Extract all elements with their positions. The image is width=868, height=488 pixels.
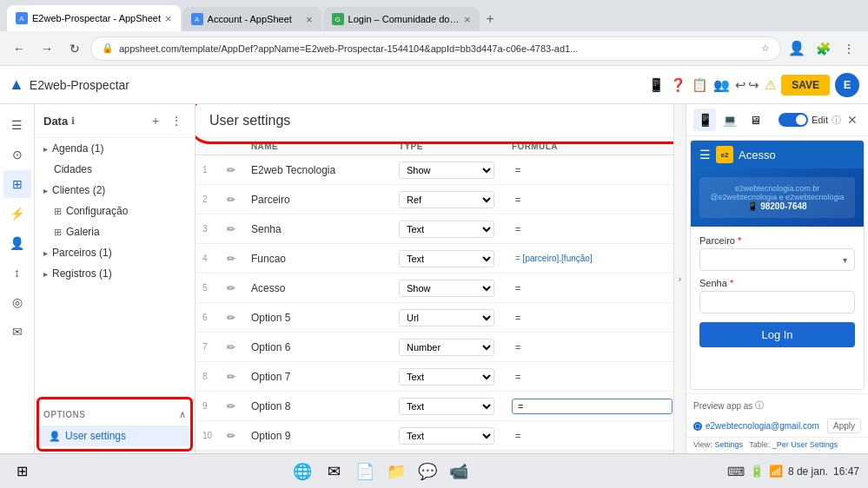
- per-user-settings-link[interactable]: _Per User Settings: [772, 440, 838, 449]
- nav-item-cidades[interactable]: Cidades: [35, 159, 195, 180]
- row-type[interactable]: Text: [399, 398, 512, 415]
- type-select[interactable]: Ref: [399, 191, 494, 208]
- nav-item-parceiros[interactable]: ▸ Parceiros (1): [35, 242, 195, 263]
- taskbar-os-btn[interactable]: ⊞: [9, 458, 35, 485]
- tab-close-account[interactable]: ×: [306, 13, 313, 26]
- save-button[interactable]: SAVE: [781, 75, 830, 96]
- formula-field[interactable]: [512, 399, 673, 414]
- parceiro-select[interactable]: ▾: [699, 248, 855, 271]
- row-type[interactable]: Ref: [399, 191, 512, 208]
- desktop-device-btn[interactable]: 🖥: [744, 109, 766, 131]
- row-type[interactable]: Text: [399, 250, 512, 267]
- row-edit-icon[interactable]: ✏: [227, 371, 251, 383]
- row-type[interactable]: Text: [399, 427, 512, 445]
- type-select[interactable]: Show: [399, 162, 494, 179]
- type-select[interactable]: Text: [399, 250, 494, 267]
- taskbar-docs[interactable]: 📄: [352, 458, 378, 485]
- new-tab-button[interactable]: +: [481, 7, 500, 31]
- sidebar-icon-integrations[interactable]: ✉: [3, 318, 31, 346]
- row-formula[interactable]: =: [512, 165, 673, 175]
- sidebar-icon-security[interactable]: ↕: [3, 259, 31, 287]
- back-button[interactable]: ←: [7, 36, 31, 61]
- row-formula[interactable]: =: [512, 195, 673, 205]
- type-select[interactable]: Text: [399, 368, 494, 386]
- user-avatar[interactable]: E: [835, 73, 859, 97]
- extensions-icon[interactable]: 🧩: [811, 36, 835, 61]
- tab-login[interactable]: G Login – Comunidade do Googl... ×: [323, 7, 480, 31]
- type-select[interactable]: Number: [399, 339, 494, 356]
- users-icon[interactable]: 👥: [713, 77, 730, 93]
- profile-icon[interactable]: 👤: [785, 36, 809, 61]
- preview-radio[interactable]: [693, 422, 702, 431]
- sidebar-icon-settings[interactable]: ◎: [3, 288, 31, 316]
- redo-button[interactable]: ↪: [748, 77, 759, 93]
- row-formula[interactable]: = [parceiro].[função]: [512, 254, 673, 263]
- address-bar[interactable]: 🔒 appsheet.com/template/AppDef?appName=E…: [90, 36, 781, 61]
- row-type[interactable]: Number: [399, 339, 512, 356]
- undo-button[interactable]: ↩: [735, 77, 746, 93]
- tab-close-login[interactable]: ×: [464, 13, 471, 26]
- options-user-settings[interactable]: 👤 User settings: [40, 425, 189, 446]
- nav-item-agenda[interactable]: ▸ Agenda (1): [35, 138, 195, 159]
- row-type[interactable]: Text: [399, 221, 512, 238]
- row-formula[interactable]: =: [512, 342, 673, 353]
- type-select[interactable]: Show: [399, 280, 494, 297]
- taskbar-files[interactable]: 📁: [383, 458, 409, 485]
- row-formula[interactable]: =: [512, 224, 673, 234]
- tab-close-e2web[interactable]: ×: [165, 12, 172, 25]
- nav-add-button[interactable]: +: [146, 111, 165, 130]
- preview-menu-icon[interactable]: ☰: [699, 148, 711, 162]
- row-edit-icon[interactable]: ✏: [227, 194, 251, 206]
- sidebar-icon-actions[interactable]: ⚡: [3, 200, 31, 228]
- settings-link[interactable]: Settings: [714, 440, 743, 449]
- panel-toggle[interactable]: ›: [673, 104, 686, 453]
- sidebar-icon-menu[interactable]: ☰: [3, 111, 31, 139]
- taskbar-chat[interactable]: 💬: [414, 458, 441, 485]
- taskbar-meet[interactable]: 📹: [446, 458, 472, 485]
- row-edit-icon[interactable]: ✏: [227, 164, 251, 176]
- row-edit-icon[interactable]: ✏: [227, 253, 251, 265]
- edit-toggle[interactable]: [779, 113, 808, 127]
- type-select[interactable]: Text: [399, 427, 494, 445]
- apply-button[interactable]: Apply: [827, 419, 861, 433]
- sidebar-icon-data[interactable]: ⊞: [3, 170, 31, 198]
- device-preview-icon[interactable]: 📱: [648, 77, 665, 93]
- reload-button[interactable]: ↻: [63, 36, 87, 61]
- warning-icon[interactable]: ⚠: [765, 77, 776, 93]
- row-edit-icon[interactable]: ✏: [227, 312, 251, 324]
- row-type[interactable]: Text: [399, 368, 512, 386]
- nav-more-button[interactable]: ⋮: [167, 111, 186, 130]
- row-edit-icon[interactable]: ✏: [227, 341, 251, 353]
- tab-account[interactable]: A Account - AppSheet ×: [182, 7, 321, 31]
- type-select[interactable]: Url: [399, 309, 494, 326]
- row-formula-input[interactable]: [512, 399, 673, 414]
- keyboard-icon[interactable]: ⌨: [727, 465, 745, 478]
- row-formula[interactable]: =: [512, 283, 673, 293]
- row-edit-icon[interactable]: ✏: [227, 223, 251, 235]
- tab-e2web[interactable]: A E2web-Prospectar - AppSheet ×: [7, 5, 181, 31]
- row-type[interactable]: Show: [399, 162, 512, 179]
- data-info-icon[interactable]: ℹ: [71, 115, 75, 127]
- taskbar-chrome[interactable]: 🌐: [289, 458, 315, 485]
- row-formula[interactable]: =: [512, 372, 673, 382]
- nav-item-configuracao[interactable]: ⊞ Configuração: [35, 201, 195, 221]
- copy-icon[interactable]: 📋: [692, 77, 708, 93]
- nav-item-clientes[interactable]: ▸ Clientes (2): [35, 180, 195, 201]
- row-formula[interactable]: =: [512, 313, 673, 323]
- row-edit-icon[interactable]: ✏: [227, 282, 251, 294]
- mobile-device-btn[interactable]: 📱: [693, 109, 716, 131]
- close-preview-btn[interactable]: ✕: [844, 111, 861, 129]
- sidebar-icon-home[interactable]: ⊙: [3, 141, 31, 168]
- row-type[interactable]: Url: [399, 309, 512, 326]
- star-icon[interactable]: ☆: [761, 43, 770, 54]
- menu-icon[interactable]: ⋮: [837, 36, 861, 61]
- row-edit-icon[interactable]: ✏: [227, 430, 251, 442]
- type-select[interactable]: Text: [399, 398, 494, 415]
- help-icon[interactable]: ❓: [670, 77, 686, 93]
- row-formula[interactable]: =: [512, 431, 673, 441]
- row-edit-icon[interactable]: ✏: [227, 400, 251, 412]
- sidebar-icon-users[interactable]: 👤: [3, 229, 31, 257]
- nav-item-galeria[interactable]: ⊞ Galeria: [35, 221, 195, 242]
- tablet-device-btn[interactable]: 💻: [719, 109, 741, 131]
- login-button[interactable]: Log In: [699, 322, 855, 347]
